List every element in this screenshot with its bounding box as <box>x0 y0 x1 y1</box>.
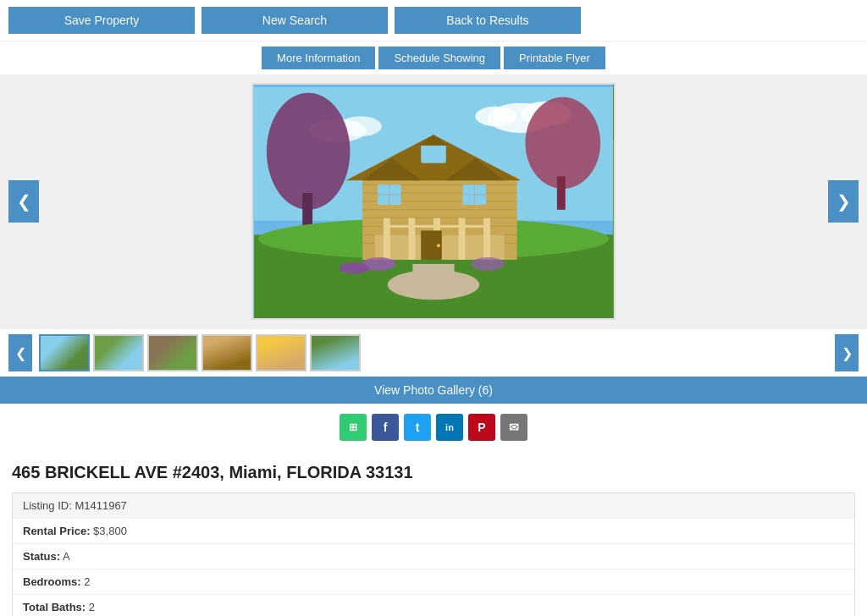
share-button[interactable]: ⊞ <box>340 414 367 441</box>
bedrooms-label: Bedrooms: <box>23 575 81 588</box>
property-info-table: Listing ID: M1411967 Rental Price: $3,80… <box>12 492 855 616</box>
total-baths-value: 2 <box>89 601 95 613</box>
linkedin-icon: in <box>445 422 454 432</box>
svg-rect-35 <box>408 218 415 260</box>
property-address: 465 BRICKELL AVE #2403, Miami, FLORIDA 3… <box>12 463 855 482</box>
thumb-prev-button[interactable]: ❮ <box>8 334 32 371</box>
facebook-icon: f <box>384 421 388 434</box>
chevron-right-icon: ❯ <box>837 191 851 212</box>
thumbnail-strip: ❮ ❯ <box>0 328 867 377</box>
top-bar: Save Property New Search Back to Results <box>0 0 867 41</box>
property-details: 465 BRICKELL AVE #2403, Miami, FLORIDA 3… <box>0 451 867 616</box>
total-baths-row: Total Baths: 2 <box>13 595 854 616</box>
bedrooms-value: 2 <box>84 575 90 588</box>
svg-point-7 <box>267 93 351 210</box>
status-value: A <box>63 550 70 563</box>
status-row: Status: A <box>13 544 854 569</box>
facebook-button[interactable]: f <box>372 414 399 441</box>
email-icon: ✉ <box>509 421 519 434</box>
svg-rect-10 <box>557 176 566 209</box>
more-information-button[interactable]: More Information <box>262 47 375 69</box>
social-share-bar: ⊞ f t in P ✉ <box>0 404 867 451</box>
listing-id-row: Listing ID: M1411967 <box>13 493 854 519</box>
thumb-next-button[interactable]: ❯ <box>835 334 859 371</box>
view-gallery-bar[interactable]: View Photo Gallery (6) <box>0 377 867 404</box>
svg-point-46 <box>471 257 504 271</box>
twitter-button[interactable]: t <box>404 414 431 441</box>
svg-point-4 <box>475 107 516 127</box>
linkedin-button[interactable]: in <box>436 414 463 441</box>
svg-point-45 <box>340 262 369 274</box>
prev-image-button[interactable]: ❮ <box>8 180 39 223</box>
thumbnail-6[interactable] <box>310 334 361 371</box>
save-property-button[interactable]: Save Property <box>8 7 195 34</box>
thumbnail-1[interactable] <box>39 334 90 371</box>
next-image-button[interactable]: ❯ <box>828 180 859 223</box>
pinterest-icon: P <box>478 421 485 434</box>
thumbnail-2[interactable] <box>93 334 144 371</box>
pinterest-button[interactable]: P <box>468 414 495 441</box>
svg-rect-38 <box>483 218 490 260</box>
twitter-icon: t <box>416 421 420 434</box>
rental-price-label: Rental Price: <box>23 525 90 537</box>
status-label: Status: <box>23 550 60 563</box>
chevron-left-icon: ❮ <box>17 191 31 212</box>
main-property-image <box>251 83 616 320</box>
printable-flyer-button[interactable]: Printable Flyer <box>504 47 605 69</box>
svg-rect-34 <box>384 218 390 260</box>
svg-rect-43 <box>412 264 454 294</box>
thumbnail-5[interactable] <box>256 334 306 371</box>
secondary-bar: More Information Schedule Showing Printa… <box>0 41 867 74</box>
svg-point-9 <box>525 97 600 189</box>
bedrooms-row: Bedrooms: 2 <box>13 569 854 595</box>
thumbnail-list <box>32 334 835 371</box>
svg-rect-25 <box>421 145 446 163</box>
main-image-section: ❮ <box>0 74 867 328</box>
svg-point-41 <box>437 244 440 247</box>
total-baths-label: Total Baths: <box>23 601 86 613</box>
back-to-results-button[interactable]: Back to Results <box>395 7 581 34</box>
rental-price-value: $3,800 <box>93 525 127 537</box>
thumbnail-3[interactable] <box>147 334 198 371</box>
rental-price-row: Rental Price: $3,800 <box>13 519 854 544</box>
share-icon: ⊞ <box>349 421 357 433</box>
listing-id-value: Listing ID: M1411967 <box>23 499 127 512</box>
svg-rect-37 <box>459 218 466 260</box>
new-search-button[interactable]: New Search <box>202 7 388 34</box>
thumbnail-4[interactable] <box>202 334 252 371</box>
email-button[interactable]: ✉ <box>500 414 527 441</box>
schedule-showing-button[interactable]: Schedule Showing <box>378 47 500 69</box>
